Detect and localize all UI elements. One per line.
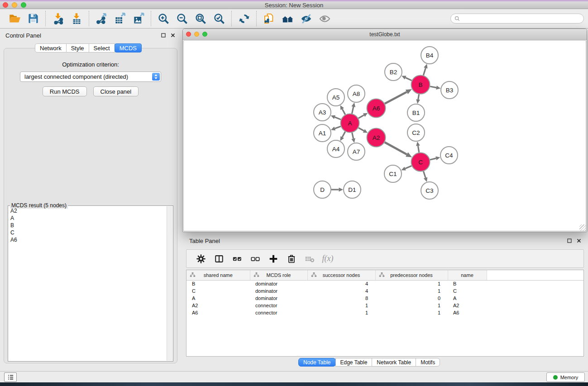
table-cell[interactable]: dominator [250, 280, 307, 287]
result-item[interactable]: A2 [9, 207, 166, 214]
edge-A6-B[interactable] [385, 92, 407, 104]
zoom-in-button[interactable] [156, 11, 171, 26]
table-cell[interactable]: C [186, 287, 250, 295]
import-network-button[interactable] [51, 11, 65, 26]
table-cell[interactable]: A6 [448, 309, 487, 316]
close-panel-icon[interactable] [170, 33, 176, 38]
delete-row-button[interactable] [285, 252, 298, 266]
table-cell[interactable]: 1 [307, 309, 375, 316]
export-table-button[interactable] [113, 11, 127, 26]
edge-A-A1[interactable] [335, 126, 341, 129]
panel-list-button[interactable] [4, 372, 17, 382]
edge-C-C4[interactable] [430, 158, 436, 160]
tab-node-table[interactable]: Node Table [298, 358, 336, 367]
import-table-button[interactable] [69, 11, 84, 26]
edge-C-C1[interactable] [405, 166, 411, 168]
edge-B-B4[interactable] [423, 68, 425, 75]
export-network-button[interactable] [94, 11, 109, 26]
table-cell[interactable]: 8 [307, 295, 375, 302]
edge-A-A6[interactable] [359, 115, 364, 118]
table-row[interactable]: Cdominator41C [186, 287, 583, 295]
table-cell[interactable]: A2 [186, 302, 250, 309]
result-item[interactable]: B [9, 222, 166, 229]
column-header-predecessor-nodes[interactable]: predecessor nodes [375, 270, 448, 280]
table-row[interactable]: A6connector11A6 [186, 309, 583, 316]
table-cell[interactable]: 1 [375, 302, 448, 309]
table-cell[interactable]: 1 [307, 302, 375, 309]
table-cell[interactable]: A [448, 295, 487, 302]
zoom-fit-button[interactable] [193, 11, 208, 26]
table-cell[interactable]: dominator [250, 287, 307, 295]
table-cell[interactable]: 1 [375, 309, 448, 316]
table-row[interactable]: Bdominator41B [186, 280, 583, 287]
select-all-button[interactable] [231, 252, 244, 266]
split-view-button[interactable] [213, 252, 225, 266]
table-cell[interactable]: A [186, 295, 250, 302]
deselect-all-button[interactable] [249, 252, 262, 266]
zoom-out-button[interactable] [175, 11, 189, 26]
column-header-successor-nodes[interactable]: successor nodes [307, 270, 375, 280]
open-session-button[interactable] [7, 11, 22, 26]
search-input[interactable] [463, 15, 580, 22]
table-cell[interactable]: A6 [186, 309, 250, 316]
result-scrollbar[interactable] [167, 206, 172, 361]
table-cell[interactable]: connector [250, 302, 307, 309]
edge-B-B2[interactable] [406, 77, 412, 80]
table-cell[interactable]: A2 [448, 302, 487, 309]
close-panel-button[interactable]: Close panel [93, 86, 139, 96]
add-row-button[interactable] [267, 252, 280, 266]
table-cell[interactable]: 4 [307, 287, 375, 295]
column-header-shared-name[interactable]: shared name [186, 270, 250, 280]
refresh-button[interactable] [237, 11, 251, 26]
criterion-dropdown[interactable]: largest connected component (directed) [20, 71, 161, 82]
table-row[interactable]: A2connector11A2 [186, 302, 583, 309]
resize-grip[interactable] [579, 224, 586, 231]
edge-A-A5[interactable] [342, 109, 345, 114]
show-panel-button[interactable] [317, 11, 332, 26]
table-cell[interactable]: connector [250, 309, 307, 316]
zoom-selected-button[interactable] [212, 11, 226, 26]
column-header-name[interactable]: name [448, 270, 487, 280]
table-cell[interactable]: 0 [375, 295, 448, 302]
table-cell[interactable]: C [448, 287, 487, 295]
float-table-panel-icon[interactable] [567, 238, 572, 243]
edge-A-A4[interactable] [342, 132, 345, 137]
table-cell[interactable]: B [448, 280, 487, 287]
table-cell[interactable]: B [186, 280, 250, 287]
table-cell[interactable]: 1 [375, 287, 448, 295]
home-button[interactable] [280, 11, 295, 26]
edge-A-A2[interactable] [359, 128, 364, 131]
table-cell[interactable]: dominator [250, 295, 307, 302]
tab-style[interactable]: Style [66, 43, 89, 52]
network-window-titlebar[interactable]: testGlobe.txt [183, 29, 587, 40]
edge-A-A8[interactable] [352, 107, 354, 114]
settings-gear-button[interactable] [195, 252, 207, 266]
tab-mcds[interactable]: MCDS [115, 43, 142, 52]
tab-select[interactable]: Select [89, 43, 115, 52]
hide-panel-button[interactable] [299, 11, 313, 26]
tab-network-table[interactable]: Network Table [372, 358, 416, 367]
tab-network[interactable]: Network [35, 43, 67, 52]
close-table-panel-icon[interactable] [576, 238, 582, 243]
tab-motifs[interactable]: Motifs [416, 358, 440, 367]
table-cell[interactable]: 4 [307, 280, 375, 287]
table-row[interactable]: Adominator80A [186, 295, 583, 302]
run-mcds-button[interactable]: Run MCDS [43, 86, 87, 96]
search-field[interactable] [450, 14, 584, 24]
memory-button[interactable]: Memory [546, 372, 585, 382]
edge-A2-C[interactable] [385, 142, 407, 154]
edge-B-B1[interactable] [418, 94, 419, 100]
float-panel-icon[interactable] [161, 33, 166, 38]
save-session-button[interactable] [26, 11, 40, 26]
edge-B-B3[interactable] [430, 86, 436, 88]
network-canvas[interactable]: B4B2BB3A5A8A6B1A3AA1C2A2A4A7C4CC1DD1C3 [183, 40, 586, 231]
edge-C-C2[interactable] [418, 146, 419, 152]
table-cell[interactable]: 1 [375, 280, 448, 287]
tab-edge-table[interactable]: Edge Table [335, 358, 373, 367]
export-image-button[interactable] [131, 11, 146, 26]
edge-A-A7[interactable] [352, 133, 354, 138]
column-header-MCDS-role[interactable]: MCDS role [250, 270, 307, 280]
result-item[interactable]: C [9, 229, 166, 236]
result-item[interactable]: A [9, 214, 166, 222]
result-item[interactable]: A6 [9, 236, 166, 243]
